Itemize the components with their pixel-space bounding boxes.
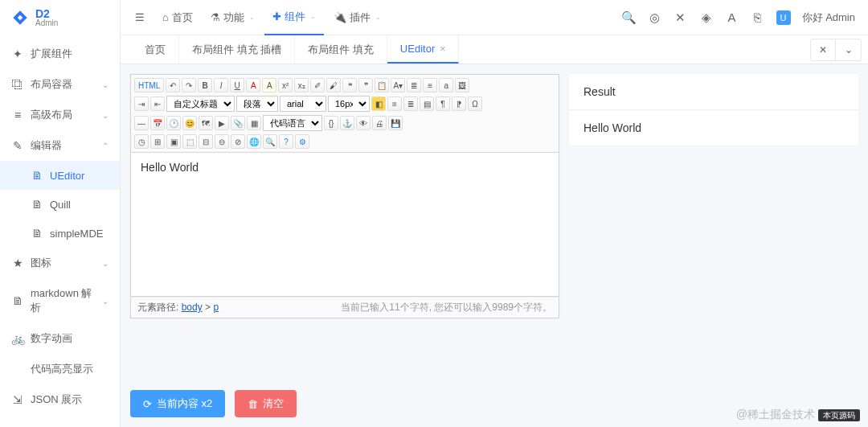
sidebar-item-10[interactable]: 代码高亮显示	[0, 354, 120, 384]
tab-1[interactable]: 布局组件 填充 插槽	[179, 35, 295, 64]
sidebar-item-6[interactable]: 🗎simpleMDE	[0, 219, 120, 248]
redo-icon[interactable]: ↷	[182, 78, 196, 92]
html-button[interactable]: HTML	[134, 78, 164, 92]
path-p-link[interactable]: p	[213, 302, 219, 313]
hr-icon[interactable]: —	[134, 116, 149, 130]
forecolor-icon[interactable]: A▾	[391, 78, 405, 92]
quote-icon[interactable]: ❞	[358, 78, 373, 92]
target-icon[interactable]: ◎	[648, 10, 662, 25]
gem-icon[interactable]: ◈	[699, 10, 714, 25]
codelang-select[interactable]: 代码语言	[263, 115, 322, 131]
search2-icon[interactable]: 🔍	[263, 134, 277, 149]
code-icon[interactable]: {}	[324, 116, 338, 130]
print-icon[interactable]: 🖨	[372, 116, 387, 130]
ltr-icon[interactable]: ¶	[436, 96, 450, 111]
align-left-icon[interactable]: ◧	[371, 96, 386, 111]
indent-icon[interactable]: ⇥	[134, 96, 149, 111]
sidebar-item-9[interactable]: 🚲数字动画	[0, 323, 120, 354]
rtl-icon[interactable]: ⁋	[452, 96, 466, 111]
image-icon[interactable]: 🖼	[455, 78, 469, 92]
sidebar-item-5[interactable]: 🗎Quill	[0, 190, 120, 219]
settings-icon[interactable]: ⚙	[295, 134, 309, 149]
video-icon[interactable]: ▶	[215, 116, 229, 130]
clock-icon[interactable]: ◷	[134, 134, 149, 149]
globe-icon[interactable]: 🌐	[247, 134, 261, 149]
nav-components[interactable]: ✚组件⌄	[264, 0, 324, 35]
fullscreen-icon[interactable]: ✕	[674, 10, 688, 25]
menu-toggle[interactable]: ☰	[127, 0, 153, 35]
attachment-icon[interactable]: 📎	[231, 116, 245, 130]
lang-icon[interactable]: ⎘	[751, 10, 765, 25]
nav-home[interactable]: ⌂首页	[154, 0, 201, 35]
tab-0[interactable]: 首页	[132, 35, 179, 64]
font-icon[interactable]: A	[725, 10, 739, 25]
emoji-icon[interactable]: 😊	[182, 116, 197, 130]
sidebar-item-0[interactable]: ✦扩展组件	[0, 39, 120, 69]
result-title: Result	[569, 74, 858, 110]
format-icon[interactable]: ❝	[342, 78, 357, 92]
bgcolor-icon[interactable]: A	[262, 78, 276, 92]
tab-3[interactable]: UEditor×	[387, 35, 459, 64]
outdent-icon[interactable]: ⇤	[150, 96, 165, 111]
justify-icon[interactable]: ▤	[420, 96, 434, 111]
menu-label: markdown 解析	[31, 286, 102, 315]
chevron-down-icon: ⌄	[375, 14, 381, 21]
clear-button[interactable]: 🗑 清空	[235, 390, 297, 417]
sidebar-item-8[interactable]: 🗎markdown 解析⌄	[0, 278, 120, 323]
fontcolor-icon[interactable]: A	[246, 78, 260, 92]
sidebar-item-11[interactable]: ⇲JSON 展示	[0, 384, 120, 415]
del-row-icon[interactable]: ⊖	[215, 134, 229, 149]
align-center-icon[interactable]: ≡	[387, 96, 402, 111]
help-icon[interactable]: ?	[279, 134, 293, 149]
tab-2[interactable]: 布局组件 填充	[295, 35, 387, 64]
paste-icon[interactable]: 📋	[375, 78, 389, 92]
char-icon[interactable]: Ω	[468, 96, 482, 111]
font-select[interactable]: arial	[280, 96, 326, 112]
logo[interactable]: D2 Admin	[0, 0, 120, 35]
merge-icon[interactable]: ⬚	[182, 134, 197, 149]
date-icon[interactable]: 📅	[150, 116, 165, 130]
sidebar-item-1[interactable]: ⿻布局容器⌄	[0, 69, 120, 100]
cell-icon[interactable]: ▣	[166, 134, 181, 149]
path-body-link[interactable]: body	[182, 302, 203, 313]
tabs-close-button[interactable]: ✕	[810, 39, 836, 61]
user-greeting[interactable]: 你好 Admin	[802, 10, 862, 25]
preview-icon[interactable]: 👁	[356, 116, 371, 130]
bold-icon[interactable]: B	[198, 78, 212, 92]
anchor-icon[interactable]: ⚓	[340, 116, 354, 130]
sidebar-item-7[interactable]: ★图标⌄	[0, 248, 120, 278]
map-icon[interactable]: 🗺	[199, 116, 213, 130]
ol-icon[interactable]: ≣	[407, 78, 421, 92]
sub-icon[interactable]: x₂	[294, 78, 309, 92]
editor-content[interactable]: Hello World	[130, 152, 559, 297]
undo-icon[interactable]: ↶	[166, 78, 180, 92]
sidebar: D2 Admin ✦扩展组件⿻布局容器⌄≡高级布局⌄✎编辑器⌃🗎UEditor🗎…	[0, 0, 121, 427]
draft-icon[interactable]: 💾	[388, 116, 403, 130]
underline-icon[interactable]: U	[230, 78, 244, 92]
tabs-dropdown-button[interactable]: ⌄	[836, 39, 862, 61]
sidebar-item-2[interactable]: ≡高级布局⌄	[0, 100, 120, 130]
sidebar-item-4[interactable]: 🗎UEditor	[0, 161, 120, 190]
table2-icon[interactable]: ⊞	[150, 134, 165, 149]
super-icon[interactable]: x²	[278, 78, 293, 92]
nav-plugins[interactable]: 🔌插件⌄	[326, 0, 389, 35]
sidebar-item-3[interactable]: ✎编辑器⌃	[0, 130, 120, 161]
brush-icon[interactable]: 🖌	[326, 78, 341, 92]
split-icon[interactable]: ⊟	[199, 134, 213, 149]
search-icon[interactable]: 🔍	[622, 10, 637, 25]
link-icon[interactable]: a	[439, 78, 453, 92]
table-icon[interactable]: ▦	[247, 116, 261, 130]
close-icon[interactable]: ×	[440, 43, 445, 55]
current-content-button[interactable]: ⟳ 当前内容 x2	[130, 390, 225, 417]
italic-icon[interactable]: I	[214, 78, 228, 92]
user-badge-icon[interactable]: U	[776, 10, 791, 25]
paragraph-select[interactable]: 段落	[236, 96, 278, 112]
del-col-icon[interactable]: ⊘	[231, 134, 245, 149]
clear-icon[interactable]: ✐	[310, 78, 325, 92]
size-select[interactable]: 16px	[328, 96, 370, 112]
time-icon[interactable]: 🕐	[166, 116, 181, 130]
ul-icon[interactable]: ≡	[423, 78, 437, 92]
align-right-icon[interactable]: ≣	[403, 96, 418, 111]
nav-features[interactable]: ⚗功能⌄	[203, 0, 263, 35]
heading-select[interactable]: 自定义标题	[166, 96, 235, 112]
